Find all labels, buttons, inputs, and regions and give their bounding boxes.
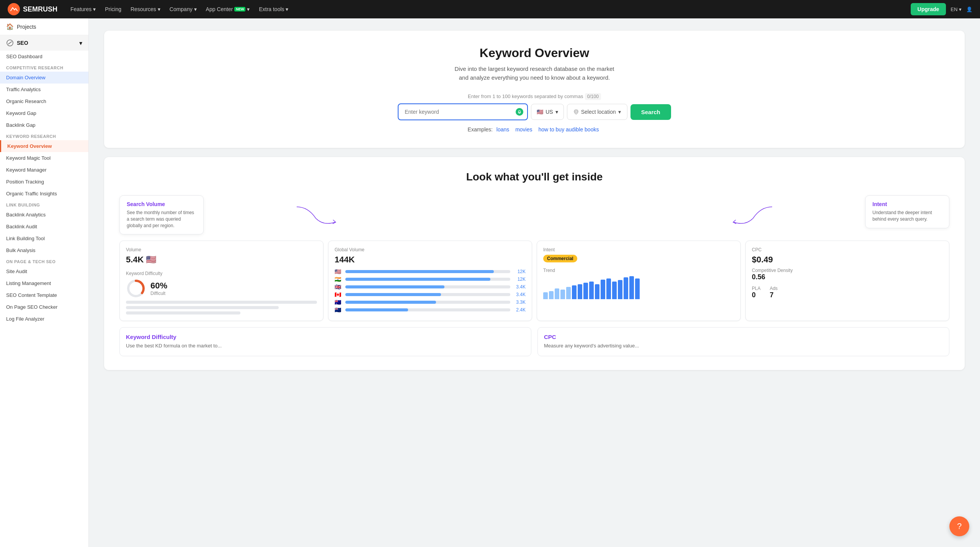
sidebar-item-backlink-analytics[interactable]: Backlink Analytics	[0, 209, 88, 221]
keyword-input-wrap	[398, 103, 528, 120]
gv-row-gb: 🇬🇧 3.4K	[335, 284, 526, 290]
data-cell-intent: Intent Commercial Trend	[537, 241, 741, 321]
gv-flag-in: 🇮🇳	[335, 276, 342, 282]
semrush-logo[interactable]: SEMRUSH	[8, 3, 57, 15]
trend-bars	[543, 276, 734, 299]
country-chevron-icon: ▾	[555, 109, 558, 115]
sidebar-item-backlink-audit[interactable]: Backlink Audit	[0, 221, 88, 233]
trend-bar-6	[572, 285, 577, 299]
topnav-features[interactable]: Features ▾	[67, 4, 100, 15]
gv-flag-gb: 🇬🇧	[335, 284, 342, 290]
curved-arrow-right	[730, 203, 776, 226]
volume-label: Volume	[126, 247, 317, 252]
main-content: Keyword Overview Dive into the largest k…	[89, 18, 980, 547]
trend-bar-16	[629, 276, 634, 299]
trend-bar-1	[543, 292, 548, 299]
sidebar-item-keyword-magic[interactable]: Keyword Magic Tool	[0, 152, 88, 164]
skeleton-bar-3	[126, 311, 240, 314]
sidebar-item-keyword-overview[interactable]: Keyword Overview	[0, 140, 88, 152]
kd-donut	[126, 278, 146, 298]
sidebar-item-position-tracking[interactable]: Position Tracking	[0, 176, 88, 188]
skeleton-bar-1	[126, 301, 317, 304]
help-fab[interactable]: ?	[949, 516, 969, 536]
sidebar-item-link-building[interactable]: Link Building Tool	[0, 233, 88, 244]
sidebar: 🏠 Projects SEO ▾ SEO Dashboard COMPETITI…	[0, 18, 89, 547]
country-flag: 🇺🇸	[537, 109, 543, 115]
examples-row: Examples: loans movies how to buy audibl…	[127, 126, 942, 133]
location-selector[interactable]: Select location ▾	[567, 104, 627, 120]
sidebar-item-domain-overview[interactable]: Domain Overview	[0, 72, 88, 84]
sidebar-item-organic-traffic[interactable]: Organic Traffic Insights	[0, 188, 88, 200]
example-link-movies[interactable]: movies	[515, 126, 532, 133]
sidebar-item-keyword-gap[interactable]: Keyword Gap	[0, 107, 88, 119]
country-selector[interactable]: 🇺🇸 US ▾	[531, 104, 564, 120]
curved-arrow-left	[293, 203, 339, 226]
data-grid: Volume 5.4K 🇺🇸 Keyword Difficulty	[119, 241, 949, 321]
main-layout: 🏠 Projects SEO ▾ SEO Dashboard COMPETITI…	[0, 18, 980, 547]
trend-bar-13	[612, 282, 617, 300]
bottom-annotation-cpc: CPC Measure any keyword's advertising va…	[537, 327, 949, 356]
annotation-intent: Intent Understand the deeper intent behi…	[865, 195, 949, 228]
user-menu[interactable]: 👤	[966, 7, 972, 12]
page-title: Keyword Overview	[127, 46, 942, 60]
trend-bar-9	[589, 282, 594, 300]
sidebar-item-site-audit[interactable]: Site Audit	[0, 265, 88, 277]
annotation-intent-desc: Understand the deeper intent behind ever…	[872, 210, 942, 223]
comp-density: Competitive Density 0.56	[752, 268, 943, 281]
pla-item: PLA 0	[752, 286, 761, 299]
topnav-resources[interactable]: Resources ▾	[127, 4, 164, 15]
trend-bar-5	[566, 287, 571, 299]
sidebar-item-on-page-checker[interactable]: On Page SEO Checker	[0, 301, 88, 313]
sidebar-item-traffic-analytics[interactable]: Traffic Analytics	[0, 84, 88, 95]
seo-icon	[6, 39, 14, 47]
sidebar-item-organic-research[interactable]: Organic Research	[0, 95, 88, 107]
topnav-extratools[interactable]: Extra tools ▾	[255, 4, 292, 15]
keyword-overview-card: Keyword Overview Dive into the largest k…	[104, 31, 965, 148]
sidebar-seo-section[interactable]: SEO ▾	[0, 35, 88, 51]
pla-value: 0	[752, 291, 761, 299]
gv-val-nz: 2.4K	[513, 307, 526, 313]
sidebar-item-backlink-gap[interactable]: Backlink Gap	[0, 119, 88, 131]
gv-bar-us	[345, 270, 510, 273]
sidebar-item-seo-dashboard[interactable]: SEO Dashboard	[0, 51, 88, 62]
gv-flag-ca: 🇨🇦	[335, 292, 342, 298]
top-navigation: SEMRUSH Features ▾ Pricing Resources ▾ C…	[0, 0, 980, 18]
example-link-audible[interactable]: how to buy audible books	[538, 126, 599, 133]
annotation-sv-title: Search Volume	[127, 201, 196, 207]
gv-row-us: 🇺🇸 12K	[335, 269, 526, 275]
topnav-appcenter[interactable]: App Center new ▾	[202, 4, 254, 15]
sidebar-item-bulk-analysis[interactable]: Bulk Analysis	[0, 244, 88, 256]
svg-point-4	[575, 111, 577, 113]
bottom-annotation-kd: Keyword Difficulty Use the best KD formu…	[119, 327, 531, 356]
data-cell-volume: Volume 5.4K 🇺🇸 Keyword Difficulty	[119, 241, 323, 321]
sidebar-item-log-file-analyzer[interactable]: Log File Analyzer	[0, 313, 88, 325]
language-selector[interactable]: EN ▾	[951, 7, 962, 12]
topnav-pricing[interactable]: Pricing	[101, 4, 125, 15]
upgrade-button[interactable]: Upgrade	[911, 3, 946, 15]
gv-label: Global Volume	[335, 247, 526, 252]
sidebar-item-keyword-manager[interactable]: Keyword Manager	[0, 164, 88, 176]
gv-row-nz: 🇳🇿 2.4K	[335, 307, 526, 313]
keyword-input[interactable]	[398, 103, 528, 120]
donut-chart	[126, 278, 146, 298]
intent-badge-wrap: Commercial	[543, 255, 734, 262]
sidebar-item-seo-content-template[interactable]: SEO Content Template	[0, 289, 88, 301]
sidebar-projects[interactable]: 🏠 Projects	[0, 18, 88, 35]
trend-bar-10	[595, 284, 599, 300]
trend-bar-7	[578, 284, 582, 299]
search-button[interactable]: Search	[630, 104, 671, 120]
gv-bar-in	[345, 278, 510, 281]
example-link-loans[interactable]: loans	[497, 126, 509, 133]
kd-container: 60% Difficult	[126, 278, 317, 298]
comp-density-value: 0.56	[752, 273, 943, 281]
topnav-company[interactable]: Company ▾	[166, 4, 201, 15]
seo-label: SEO	[17, 40, 76, 46]
data-cell-global-volume: Global Volume 144K 🇺🇸 12K 🇮🇳	[328, 241, 532, 321]
volume-value: 5.4K 🇺🇸	[126, 255, 317, 265]
sidebar-item-listing-management[interactable]: Listing Management	[0, 277, 88, 289]
gv-flag-us: 🇺🇸	[335, 269, 342, 275]
kd-info: 60% Difficult	[150, 281, 167, 296]
cpc-value: $0.49	[752, 255, 943, 265]
gv-value: 144K	[335, 255, 526, 265]
comp-density-label: Competitive Density	[752, 268, 943, 273]
